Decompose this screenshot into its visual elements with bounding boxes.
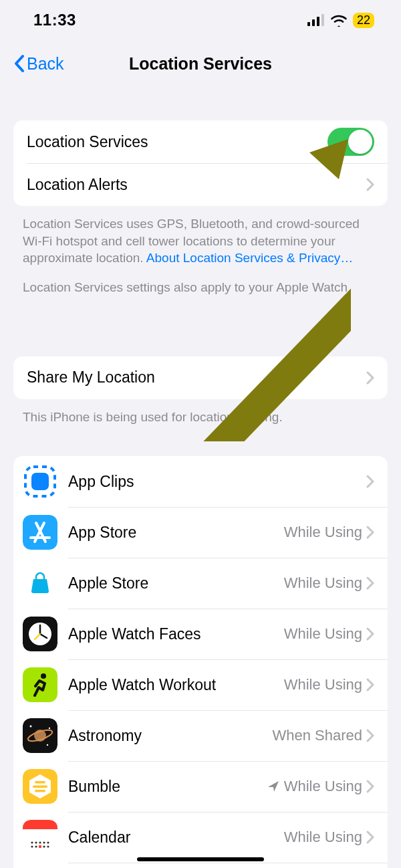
chevron-right-icon <box>366 831 374 844</box>
location-alerts-row[interactable]: Location Alerts <box>13 163 388 206</box>
svg-rect-2 <box>317 17 319 26</box>
app-row-appstore[interactable]: App StoreWhile Using <box>13 507 388 558</box>
share-my-location-row[interactable]: Share My Location <box>13 356 388 399</box>
watchfaces-icon <box>23 617 57 651</box>
svg-rect-0 <box>307 22 310 26</box>
svg-point-35 <box>39 842 41 844</box>
toggle-knob <box>348 130 372 154</box>
svg-point-34 <box>35 842 37 844</box>
svg-point-39 <box>35 846 37 848</box>
share-location-group: Share My Location <box>13 356 388 399</box>
status-time: 11:33 <box>33 11 76 29</box>
svg-point-41 <box>43 846 45 848</box>
status-bar: 11:33 22 <box>0 0 401 40</box>
app-status: While Using <box>284 676 362 693</box>
svg-rect-32 <box>23 825 57 829</box>
svg-rect-5 <box>31 473 49 490</box>
app-row-camera[interactable]: CameraWhile Using <box>13 863 388 868</box>
applestore-icon <box>23 566 57 601</box>
app-row-workout[interactable]: Apple Watch WorkoutWhile Using <box>13 659 388 710</box>
app-row-bumble[interactable]: BumbleWhile Using <box>13 761 388 812</box>
svg-rect-1 <box>312 19 315 26</box>
app-name: Apple Watch Faces <box>68 625 284 643</box>
apple-watch-note: Location Services settings also apply to… <box>0 267 401 296</box>
bumble-icon <box>23 769 57 804</box>
workout-icon <box>23 667 57 702</box>
chevron-right-icon <box>366 678 374 691</box>
svg-point-22 <box>49 728 50 729</box>
svg-point-40 <box>39 845 41 848</box>
svg-rect-3 <box>321 14 324 26</box>
appclips-icon <box>23 464 57 499</box>
svg-point-38 <box>31 846 33 848</box>
svg-point-21 <box>30 726 32 728</box>
app-status: While Using <box>284 574 362 592</box>
svg-point-36 <box>43 842 45 844</box>
status-right: 22 <box>307 13 374 28</box>
app-row-calendar[interactable]: CalendarWhile Using <box>13 812 388 863</box>
location-services-label: Location Services <box>27 133 327 151</box>
chevron-right-icon <box>366 729 374 742</box>
share-my-location-label: Share My Location <box>27 368 366 387</box>
chevron-right-icon <box>366 475 374 488</box>
chevron-right-icon <box>366 780 374 793</box>
app-status: While Using <box>284 524 362 541</box>
app-status: While Using <box>284 778 362 795</box>
app-name: App Clips <box>68 473 366 491</box>
chevron-left-icon <box>13 54 25 73</box>
share-location-note: This iPhone is being used for location s… <box>0 399 401 426</box>
app-list: App Clips App StoreWhile Using Apple Sto… <box>13 456 388 868</box>
chevron-right-icon <box>366 178 374 191</box>
svg-point-17 <box>41 673 46 679</box>
app-name: Apple Store <box>68 574 284 592</box>
location-indicator-icon <box>267 780 280 793</box>
app-name: Calendar <box>68 829 284 847</box>
app-name: App Store <box>68 524 284 542</box>
appstore-icon <box>23 515 57 550</box>
location-services-description: Location Services uses GPS, Bluetooth, a… <box>0 206 401 267</box>
app-name: Apple Watch Workout <box>68 676 284 694</box>
back-button[interactable]: Back <box>13 54 64 74</box>
app-status: When Shared <box>272 727 362 744</box>
app-status: While Using <box>284 829 362 846</box>
app-name: Bumble <box>68 778 267 796</box>
astronomy-icon <box>23 718 57 753</box>
chevron-right-icon <box>366 371 374 385</box>
svg-point-37 <box>47 842 49 844</box>
svg-rect-16 <box>23 667 57 702</box>
location-services-toggle[interactable] <box>327 128 374 156</box>
back-label: Back <box>27 54 64 74</box>
svg-point-23 <box>47 744 48 746</box>
app-row-applestore[interactable]: Apple StoreWhile Using <box>13 558 388 609</box>
app-name: Astronomy <box>68 727 272 745</box>
wifi-icon <box>330 13 348 27</box>
chevron-right-icon <box>366 627 374 641</box>
privacy-link[interactable]: About Location Services & Privacy… <box>146 251 353 265</box>
nav-header: Back Location Services <box>0 40 401 87</box>
svg-rect-26 <box>35 781 45 784</box>
svg-rect-27 <box>33 786 47 788</box>
location-main-group: Location Services Location Alerts <box>13 120 388 206</box>
cellular-icon <box>307 14 325 26</box>
calendar-icon <box>23 820 57 855</box>
battery-level: 22 <box>357 13 370 27</box>
svg-point-33 <box>31 842 33 844</box>
chevron-right-icon <box>366 526 374 539</box>
app-row-astronomy[interactable]: AstronomyWhen Shared <box>13 710 388 761</box>
chevron-right-icon <box>366 576 374 590</box>
location-alerts-label: Location Alerts <box>27 176 366 194</box>
svg-point-42 <box>47 846 49 848</box>
app-row-watchfaces[interactable]: Apple Watch FacesWhile Using <box>13 609 388 659</box>
app-row-appclips[interactable]: App Clips <box>13 456 388 507</box>
app-status: While Using <box>284 625 362 643</box>
home-indicator[interactable] <box>137 857 264 861</box>
battery-indicator: 22 <box>353 13 374 28</box>
svg-rect-28 <box>35 790 45 792</box>
location-services-row[interactable]: Location Services <box>13 120 388 163</box>
